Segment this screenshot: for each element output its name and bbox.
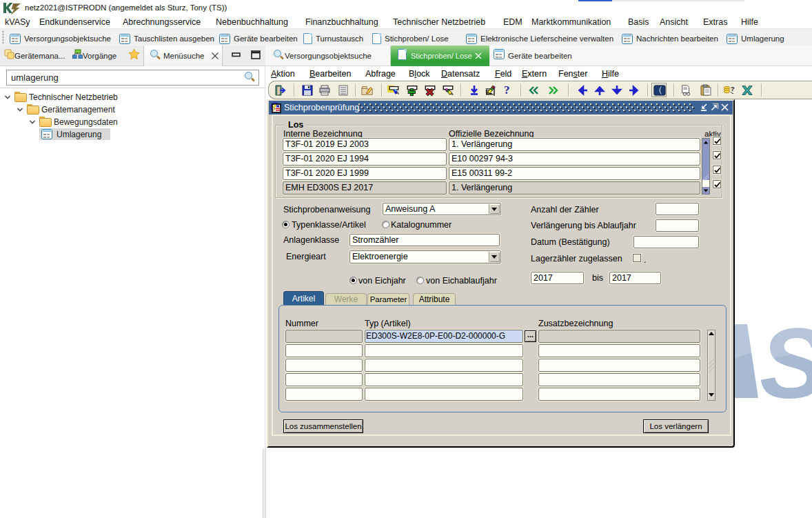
svg-text:S: S (760, 323, 812, 400)
svg-text:?: ? (731, 85, 735, 92)
